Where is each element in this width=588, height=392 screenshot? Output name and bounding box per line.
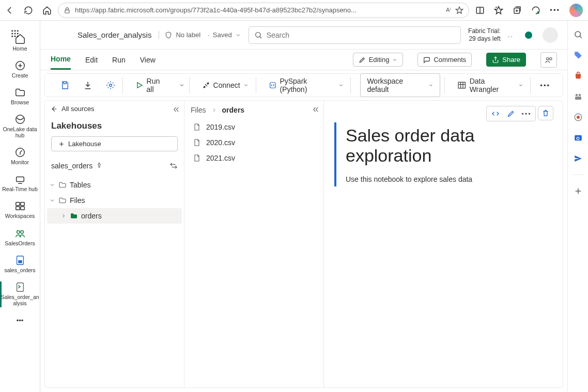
sensitivity-label[interactable]: No label [159, 31, 200, 39]
tab-view[interactable]: View [140, 50, 156, 70]
search-box[interactable] [249, 26, 461, 44]
split-screen-icon[interactable] [475, 6, 485, 15]
save-button[interactable] [57, 79, 73, 92]
rail-onelake[interactable]: OneLake data hub [0, 111, 40, 143]
ribbon-tabs: Home Edit Run View Editing Comments Shar… [40, 50, 567, 70]
notebook-title[interactable]: Sales_order_analysis [78, 30, 151, 39]
header-more-icon[interactable]: .. [508, 31, 514, 39]
rail-more[interactable]: ••• [13, 313, 27, 327]
settings-button[interactable] [103, 79, 118, 92]
tree-orders[interactable]: orders [47, 208, 182, 224]
cell-toggle-code-button[interactable] [488, 106, 503, 121]
folder-icon [14, 87, 26, 98]
back-icon[interactable] [5, 6, 14, 15]
connect-icon [202, 81, 210, 89]
svg-point-24 [14, 36, 16, 37]
pin-icon[interactable] [96, 162, 103, 169]
svg-rect-0 [65, 10, 69, 13]
svg-rect-8 [16, 202, 19, 206]
chevron-down-icon[interactable] [179, 82, 185, 88]
rail-realtime[interactable]: Real-Time hub [0, 170, 40, 196]
app-launcher-icon[interactable] [6, 25, 24, 42]
source-row[interactable]: sales_orders [45, 159, 184, 177]
run-all-button[interactable]: Run all [132, 75, 172, 96]
explorer-panel: All sources Lakehouses Lakehouse sales_o… [45, 101, 184, 387]
outlook-icon[interactable]: O [574, 133, 583, 143]
editing-mode-button[interactable]: Editing [353, 53, 404, 67]
file-icon [193, 123, 201, 131]
all-sources-back[interactable]: All sources [50, 105, 95, 113]
connect-button[interactable]: Connect [199, 79, 252, 91]
rail-notebook[interactable]: Sales_order_analysis [0, 278, 40, 310]
presence-indicator[interactable] [525, 32, 532, 39]
more-icon[interactable]: ••• [550, 6, 560, 14]
swap-icon[interactable] [169, 162, 178, 170]
tree-files[interactable]: Files [47, 193, 182, 208]
collections-icon[interactable] [513, 6, 522, 15]
rail-workspaces[interactable]: Workspaces [0, 197, 40, 223]
share-button[interactable]: Share [486, 53, 526, 67]
address-bar[interactable]: A⁾ [58, 3, 469, 18]
svg-rect-32 [270, 83, 275, 88]
favorites-bar-icon[interactable] [494, 6, 503, 15]
search-pane-icon[interactable] [574, 30, 583, 39]
cell-more-button[interactable]: ••• [519, 106, 534, 121]
svg-rect-11 [20, 207, 24, 210]
rail-browse[interactable]: Browse [0, 84, 40, 109]
environment-selector[interactable]: Workspace default [360, 73, 440, 97]
collapse-explorer-icon[interactable] [173, 106, 180, 113]
user-avatar[interactable] [543, 27, 558, 43]
chevron-right-icon [60, 213, 67, 219]
rail-sales-orders-lh[interactable]: sales_orders [0, 252, 40, 277]
collab-presence-button[interactable] [540, 52, 557, 68]
favorite-icon[interactable] [455, 6, 463, 14]
chevron-down-icon [49, 197, 55, 203]
shopping-icon[interactable] [574, 71, 583, 81]
url-input[interactable] [75, 6, 442, 14]
search-input[interactable] [267, 31, 455, 39]
extensions-icon[interactable] [531, 6, 540, 15]
download-button[interactable] [80, 79, 96, 92]
chevron-down-icon [392, 57, 397, 62]
markdown-cell[interactable]: Sales order data exploration Use this no… [334, 122, 551, 186]
tag-icon[interactable] [574, 51, 583, 60]
svg-rect-9 [20, 202, 24, 206]
teams-icon[interactable] [574, 92, 583, 101]
send-icon[interactable] [574, 154, 583, 163]
collapse-files-icon[interactable] [312, 106, 319, 113]
add-pane-icon[interactable] [574, 186, 583, 196]
file-icon [193, 154, 201, 162]
file-row[interactable]: 2020.csv [189, 135, 319, 150]
crumb-current[interactable]: orders [222, 106, 245, 114]
language-selector[interactable]: PySpark (Python) [266, 75, 347, 96]
svg-rect-10 [16, 207, 19, 210]
toolbar-more[interactable]: ••• [536, 82, 554, 89]
folder-icon [58, 181, 67, 189]
trial-status[interactable]: Fabric Trial: 29 days left [468, 27, 501, 42]
tree-tables[interactable]: Tables [47, 177, 182, 193]
add-lakehouse-button[interactable]: Lakehouse [51, 136, 178, 151]
home-icon[interactable] [42, 6, 52, 15]
file-row[interactable]: 2021.csv [189, 150, 319, 166]
tab-edit[interactable]: Edit [85, 50, 98, 70]
tab-run[interactable]: Run [112, 50, 126, 70]
file-row[interactable]: 2019.csv [189, 119, 319, 135]
rail-salesorders-ws[interactable]: SalesOrders [0, 225, 40, 250]
pencil-icon [359, 56, 366, 64]
crumb-root[interactable]: Files [191, 106, 206, 114]
office-icon[interactable] [574, 113, 583, 122]
comments-button[interactable]: Comments [417, 53, 472, 67]
read-aloud-icon[interactable]: A⁾ [446, 7, 451, 13]
rail-create[interactable]: Create [0, 57, 40, 83]
cell-delete-button[interactable] [538, 106, 553, 120]
data-wrangler-button[interactable]: Data Wrangler [454, 75, 526, 96]
realtime-icon [14, 174, 26, 185]
refresh-icon[interactable] [24, 6, 33, 15]
cell-edit-button[interactable] [503, 106, 519, 121]
workspace: All sources Lakehouses Lakehouse sales_o… [44, 100, 563, 388]
copilot-icon[interactable] [569, 4, 583, 17]
svg-point-18 [14, 30, 16, 32]
save-status[interactable]: · Saved [208, 31, 241, 39]
tab-home[interactable]: Home [51, 50, 71, 70]
rail-monitor[interactable]: Monitor [0, 144, 40, 169]
